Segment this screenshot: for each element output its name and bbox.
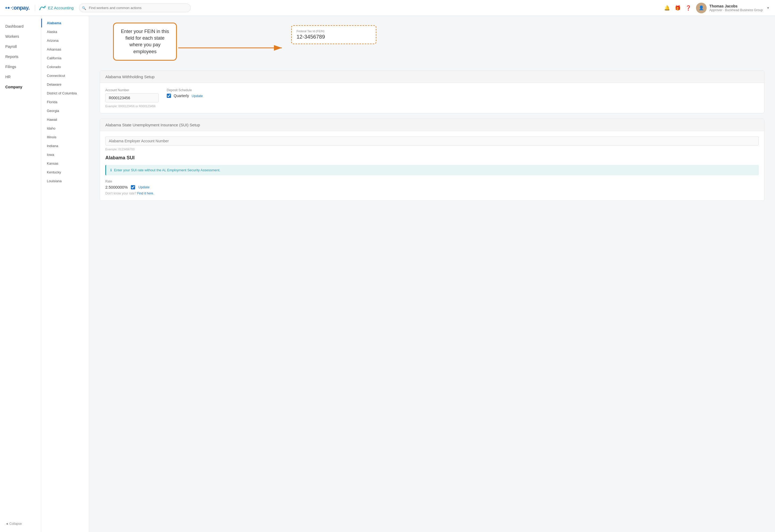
- sidebar-item-dashboard[interactable]: Dashboard: [0, 21, 41, 31]
- logo-area: ·:onpay. EZ Accounting: [5, 5, 74, 11]
- main-content: Payroll Taxes Enter your FEIN in this fi…: [89, 0, 775, 214]
- state-item-iowa[interactable]: Iowa: [41, 150, 89, 159]
- rate-label: Rate: [105, 179, 759, 183]
- state-item-arkansas[interactable]: Arkansas: [41, 45, 89, 54]
- state-item-arizona[interactable]: Arizona: [41, 36, 89, 45]
- user-info: Thomas Jacobs Approver · Buckhead Busine…: [709, 4, 763, 12]
- arrow-svg: [178, 40, 290, 56]
- fein-arrow: [178, 40, 290, 57]
- sui-section: Alabama State Unemployment Insurance (SU…: [100, 119, 764, 201]
- gift-button[interactable]: 🎁: [675, 5, 681, 11]
- state-item-kansas[interactable]: Kansas: [41, 159, 89, 168]
- user-name: Thomas Jacobs: [709, 4, 763, 8]
- fein-field-box: Federal Tax Id (FEIN) 12-3456789: [291, 25, 376, 44]
- ez-accounting-brand: EZ Accounting: [35, 5, 74, 11]
- sui-info-text: Enter your SUI rate without the AL Emplo…: [114, 168, 220, 172]
- dot1: [5, 7, 7, 9]
- sidebar-item-workers[interactable]: Workers: [0, 31, 41, 41]
- dot2: [8, 7, 10, 9]
- nav-actions: 🔔 🎁 ❓ 👤 Thomas Jacobs Approver · Buckhea…: [664, 3, 770, 13]
- fein-field-wrapper: Federal Tax Id (FEIN) 12-3456789: [291, 25, 376, 44]
- withholding-section: Alabama Withholding Setup Account Number…: [100, 70, 764, 113]
- fein-field-label: Federal Tax Id (FEIN): [296, 30, 371, 33]
- account-number-label: Account Number: [105, 88, 159, 92]
- state-item-dc[interactable]: District of Columbia: [41, 89, 89, 98]
- state-item-hawaii[interactable]: Hawaii: [41, 115, 89, 124]
- chevron-down-icon: ▼: [766, 6, 770, 10]
- top-nav: ·:onpay. EZ Accounting 🔍 🔔 🎁 ❓ 👤 Thomas …: [0, 0, 775, 16]
- account-number-group: Account Number: [105, 88, 159, 102]
- sui-account-hint: Example: 0123456700: [105, 148, 759, 151]
- deposit-label: Deposit Schedule: [167, 88, 203, 92]
- rate-section: Rate 2.5000000% Update Don't know your r…: [105, 179, 759, 195]
- sui-account-input[interactable]: [105, 136, 759, 145]
- notification-button[interactable]: 🔔: [664, 5, 670, 11]
- sui-info-box: ℹ Enter your SUI rate without the AL Emp…: [105, 165, 759, 175]
- onpay-logo: ·:onpay.: [5, 5, 30, 11]
- deposit-value: Quarterly: [174, 94, 189, 98]
- deposit-row: Quarterly Update: [167, 94, 203, 98]
- sidebar-item-reports[interactable]: Reports: [0, 52, 41, 62]
- sui-update-link[interactable]: Update: [138, 185, 149, 189]
- logo-dots: [5, 7, 10, 9]
- search-icon: 🔍: [82, 6, 86, 10]
- info-icon: ℹ: [110, 168, 112, 172]
- withholding-body: Account Number Deposit Schedule Quarterl…: [100, 83, 764, 113]
- help-button[interactable]: ❓: [685, 5, 691, 11]
- avatar: 👤: [696, 3, 707, 13]
- rate-hint: Don't know your rate? Find it here.: [105, 191, 759, 195]
- deposit-checkbox[interactable]: [167, 94, 171, 98]
- sui-header: Alabama State Unemployment Insurance (SU…: [100, 119, 764, 131]
- sidebar: Dashboard Workers Payroll Reports Filing…: [0, 16, 41, 214]
- sidebar-item-filings[interactable]: Filings: [0, 62, 41, 72]
- user-role: Approver · Buckhead Business Group: [709, 8, 763, 12]
- nav-search-area[interactable]: 🔍: [79, 3, 191, 12]
- withholding-form-row: Account Number Deposit Schedule Quarterl…: [105, 88, 759, 102]
- state-item-alabama[interactable]: Alabama: [41, 19, 89, 27]
- state-item-california[interactable]: California: [41, 54, 89, 62]
- search-input[interactable]: [79, 3, 191, 12]
- withholding-update-link[interactable]: Update: [192, 94, 203, 98]
- fein-field-value: 12-3456789: [296, 34, 371, 40]
- state-item-kentucky[interactable]: Kentucky: [41, 168, 89, 177]
- rate-row: 2.5000000% Update: [105, 185, 759, 189]
- onpay-text: ·:onpay.: [11, 5, 30, 11]
- state-item-alaska[interactable]: Alaska: [41, 27, 89, 36]
- state-item-connecticut[interactable]: Connecticut: [41, 71, 89, 80]
- state-item-delaware[interactable]: Delaware: [41, 80, 89, 89]
- account-number-input[interactable]: [105, 93, 159, 102]
- state-item-colorado[interactable]: Colorado: [41, 62, 89, 71]
- state-item-georgia[interactable]: Georgia: [41, 106, 89, 115]
- rate-checkbox[interactable]: [131, 185, 135, 189]
- find-rate-link[interactable]: Find it here.: [137, 191, 154, 195]
- sidebar-item-company[interactable]: Company: [0, 82, 41, 92]
- withholding-hint: Example: 0000123456 or R000123456: [105, 104, 759, 108]
- sidebar-item-hr[interactable]: HR: [0, 72, 41, 82]
- state-list: AlabamaAlaskaArizonaArkansasCaliforniaCo…: [41, 16, 89, 214]
- fein-callout: Enter your FEIN in this field for each s…: [113, 23, 177, 61]
- sui-body: Example: 0123456700 Alabama SUI ℹ Enter …: [100, 131, 764, 200]
- ez-icon: [39, 5, 46, 11]
- ez-label: EZ Accounting: [48, 6, 74, 10]
- sui-account-group: [105, 136, 759, 145]
- state-item-idaho[interactable]: Idaho: [41, 124, 89, 133]
- rate-value: 2.5000000%: [105, 185, 128, 189]
- state-item-florida[interactable]: Florida: [41, 98, 89, 106]
- sidebar-item-payroll[interactable]: Payroll: [0, 41, 41, 52]
- sui-title: Alabama SUI: [105, 155, 759, 161]
- deposit-group: Deposit Schedule Quarterly Update: [167, 88, 203, 98]
- rate-hint-text: Don't know your rate?: [105, 191, 136, 195]
- withholding-header: Alabama Withholding Setup: [100, 71, 764, 83]
- state-item-illinois[interactable]: Illinois: [41, 133, 89, 141]
- fein-area: Enter your FEIN in this field for each s…: [100, 23, 764, 65]
- nav-user[interactable]: 👤 Thomas Jacobs Approver · Buckhead Busi…: [696, 3, 770, 13]
- state-item-indiana[interactable]: Indiana: [41, 141, 89, 150]
- state-item-louisiana[interactable]: Louisiana: [41, 177, 89, 185]
